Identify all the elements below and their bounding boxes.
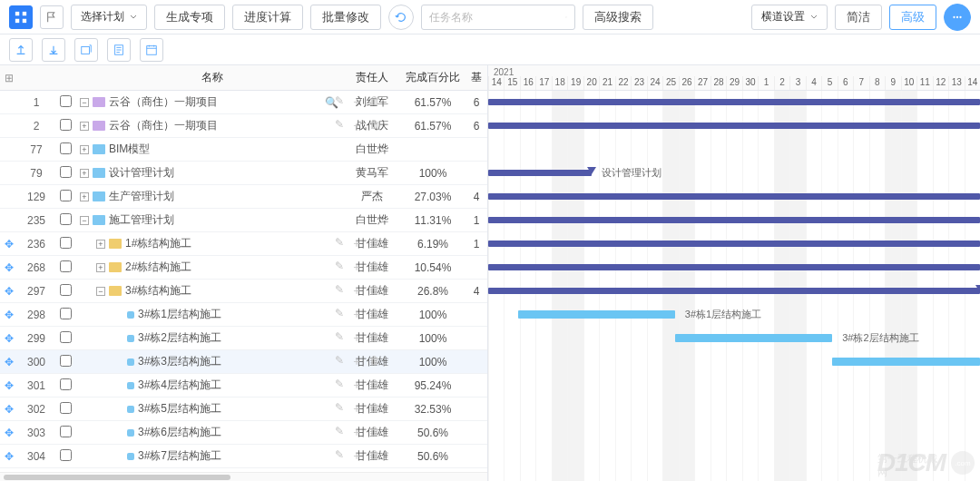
expand-toggle[interactable]: − <box>80 98 89 107</box>
edit-icon[interactable]: ✎ <box>335 425 344 440</box>
edit-icon[interactable]: ✎ <box>335 330 344 346</box>
delete-icon[interactable]: 🗑 <box>369 307 380 322</box>
edit-icon[interactable]: ✎ <box>335 118 344 133</box>
row-checkbox[interactable] <box>60 213 72 225</box>
add-icon[interactable]: ＋ <box>351 401 362 417</box>
drag-handle-icon[interactable]: ✥ <box>0 238 18 250</box>
edit-icon[interactable]: ✎ <box>335 94 344 110</box>
table-row[interactable]: 235 − 施工管理计划 白世烨 11.31% 1 <box>0 209 487 232</box>
col-pct-header[interactable]: 完成百分比 <box>400 70 466 85</box>
edit-icon[interactable]: ✎ <box>335 354 344 369</box>
edit-icon[interactable]: ✎ <box>335 401 344 417</box>
add-icon[interactable]: ＋ <box>351 307 362 322</box>
row-checkbox[interactable] <box>60 119 72 131</box>
task-search-input[interactable] <box>429 11 565 24</box>
table-row[interactable]: ✥ 299 3#栋2层结构施工 ✎ ＋ 🗑 甘佳雄 100% <box>0 327 487 350</box>
gantt-bar[interactable] <box>488 217 980 223</box>
gantt-row[interactable] <box>488 256 980 280</box>
row-checkbox[interactable] <box>60 95 72 107</box>
drag-handle-icon[interactable]: ✥ <box>0 450 18 463</box>
expand-toggle[interactable]: − <box>96 287 105 296</box>
gantt-row[interactable] <box>488 138 980 162</box>
flag-button[interactable] <box>40 5 64 29</box>
batch-modify-button[interactable]: 批量修改 <box>310 5 381 30</box>
edit-icon[interactable]: ✎ <box>335 236 344 251</box>
table-row[interactable]: ✥ 300 3#栋3层结构施工 ✎ ＋ 🗑 甘佳雄 100% <box>0 350 487 374</box>
gantt-body[interactable]: 设计管理计划3#栋1层结构施工3#栋2层结构施工 <box>488 91 980 481</box>
delete-icon[interactable]: 🗑 <box>369 401 380 417</box>
edit-icon[interactable]: ✎ <box>335 260 344 275</box>
gantt-bar[interactable] <box>488 240 980 247</box>
gantt-row[interactable] <box>488 350 980 374</box>
delete-icon[interactable]: 🗑 <box>369 378 380 393</box>
table-row[interactable]: 129 + 生产管理计划 严杰 27.03% 4 <box>0 185 487 209</box>
table-row[interactable]: ✥ 301 3#栋4层结构施工 ✎ ＋ 🗑 甘佳雄 95.24% <box>0 374 487 398</box>
task-name-cell[interactable]: + BIM模型 <box>76 142 344 157</box>
task-name-cell[interactable]: + 设计管理计划 <box>76 165 344 181</box>
edit-icon[interactable]: ✎ <box>335 307 344 322</box>
add-icon[interactable]: ＋ <box>351 425 362 440</box>
row-checkbox[interactable] <box>60 378 72 390</box>
more-actions-button[interactable] <box>944 4 971 31</box>
row-checkbox[interactable] <box>60 260 72 272</box>
expand-toggle[interactable]: + <box>80 192 89 201</box>
gantt-row[interactable] <box>488 185 980 209</box>
add-icon[interactable]: ＋ <box>351 236 362 251</box>
col-name-header[interactable]: 名称 <box>76 70 344 85</box>
expand-toggle[interactable]: + <box>80 122 89 131</box>
add-icon[interactable]: ＋ <box>351 94 362 110</box>
delete-icon[interactable]: 🗑 <box>369 354 380 369</box>
drag-handle-icon[interactable]: ✥ <box>0 379 18 392</box>
edit-icon[interactable]: ✎ <box>335 448 344 464</box>
gantt-bar[interactable] <box>675 334 832 342</box>
drag-handle-icon[interactable]: ✥ <box>0 356 18 368</box>
delete-icon[interactable]: 🗑 <box>369 94 380 110</box>
task-name-cell[interactable]: + 生产管理计划 <box>76 189 344 204</box>
gantt-row[interactable] <box>488 398 980 421</box>
export-button[interactable] <box>74 38 98 62</box>
gantt-bar[interactable] <box>832 358 980 366</box>
plan-select-dropdown[interactable]: 选择计划 <box>71 5 147 30</box>
row-checkbox[interactable] <box>60 449 72 461</box>
expand-toggle[interactable]: + <box>80 169 89 178</box>
table-row[interactable]: 1 − 云谷（商住）一期项目 🔍 ✎ ＋ 🗑 刘红军 61.57% 6 <box>0 91 487 114</box>
gantt-bar[interactable] <box>488 123 980 129</box>
table-row[interactable]: ✥ 236 + 1#栋结构施工 ✎ ＋ 🗑 甘佳雄 6.19% 1 <box>0 232 487 256</box>
table-row[interactable]: ✥ 304 3#栋7层结构施工 ✎ ＋ 🗑 甘佳雄 50.6% <box>0 445 487 468</box>
drag-handle-icon[interactable]: ✥ <box>0 427 18 439</box>
task-name-cell[interactable]: 3#栋7层结构施工 <box>76 448 344 464</box>
gantt-row[interactable] <box>488 445 980 468</box>
task-name-cell[interactable]: 3#栋2层结构施工 <box>76 330 344 346</box>
add-icon[interactable]: ＋ <box>351 354 362 369</box>
table-row[interactable]: ✥ 297 − 3#栋结构施工 ✎ ＋ 🗑 甘佳雄 26.8% 4 <box>0 280 487 303</box>
task-name-cell[interactable]: − 施工管理计划 <box>76 212 344 228</box>
gantt-row[interactable]: 3#栋1层结构施工 <box>488 303 980 327</box>
edit-icon[interactable]: ✎ <box>335 378 344 393</box>
row-checkbox[interactable] <box>60 284 72 296</box>
task-name-cell[interactable]: + 云谷（商住）一期项目 <box>76 118 344 133</box>
download-button[interactable] <box>42 38 65 62</box>
gantt-bar[interactable] <box>488 170 592 176</box>
add-icon[interactable]: ＋ <box>351 118 362 133</box>
row-checkbox[interactable] <box>60 402 72 414</box>
gantt-settings-dropdown[interactable]: 横道设置 <box>751 5 828 30</box>
refresh-button[interactable] <box>388 5 414 30</box>
table-row[interactable]: ✥ 298 3#栋1层结构施工 ✎ ＋ 🗑 甘佳雄 100% <box>0 303 487 327</box>
calendar-button[interactable] <box>140 38 163 62</box>
row-checkbox[interactable] <box>60 237 72 249</box>
generate-special-button[interactable]: 生成专项 <box>154 5 225 30</box>
task-search-field[interactable] <box>421 5 575 30</box>
drag-handle-icon[interactable]: ✥ <box>0 285 18 298</box>
table-row[interactable]: 2 + 云谷（商住）一期项目 ✎ ＋ 🗑 战代庆 61.57% 6 <box>0 114 487 138</box>
drag-handle-icon[interactable]: ✥ <box>0 309 18 321</box>
add-icon[interactable]: ＋ <box>351 260 362 275</box>
drag-handle-icon[interactable]: ✥ <box>0 261 18 274</box>
add-icon[interactable]: ＋ <box>351 448 362 464</box>
task-name-cell[interactable]: − 云谷（商住）一期项目 🔍 <box>76 94 344 110</box>
table-row[interactable]: ✥ 303 3#栋6层结构施工 ✎ ＋ 🗑 甘佳雄 50.6% <box>0 421 487 445</box>
delete-icon[interactable]: 🗑 <box>369 330 380 346</box>
edit-icon[interactable]: ✎ <box>335 283 344 299</box>
gantt-row[interactable] <box>488 114 980 138</box>
gantt-bar[interactable] <box>488 99 980 105</box>
add-icon[interactable]: ＋ <box>351 283 362 299</box>
